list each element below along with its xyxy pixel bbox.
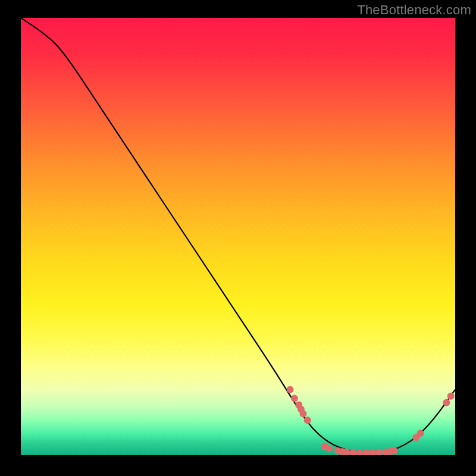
plot-svg <box>21 18 455 455</box>
data-marker <box>362 449 369 455</box>
data-marker <box>443 399 450 406</box>
data-marker <box>375 449 383 455</box>
data-marker <box>417 430 424 437</box>
data-marker <box>447 393 455 400</box>
data-marker <box>391 447 398 455</box>
data-marker <box>300 410 307 417</box>
data-marker <box>356 449 363 455</box>
data-marker <box>325 445 333 452</box>
watermark-text: TheBottleneck.com <box>357 2 471 18</box>
data-marker <box>287 386 294 393</box>
bottleneck-curve <box>21 18 455 453</box>
data-marker <box>349 449 356 455</box>
data-marker <box>304 416 311 424</box>
chart-frame: TheBottleneck.com <box>0 0 476 476</box>
data-marker <box>291 394 298 402</box>
data-marker <box>369 449 376 455</box>
data-markers <box>287 386 455 455</box>
